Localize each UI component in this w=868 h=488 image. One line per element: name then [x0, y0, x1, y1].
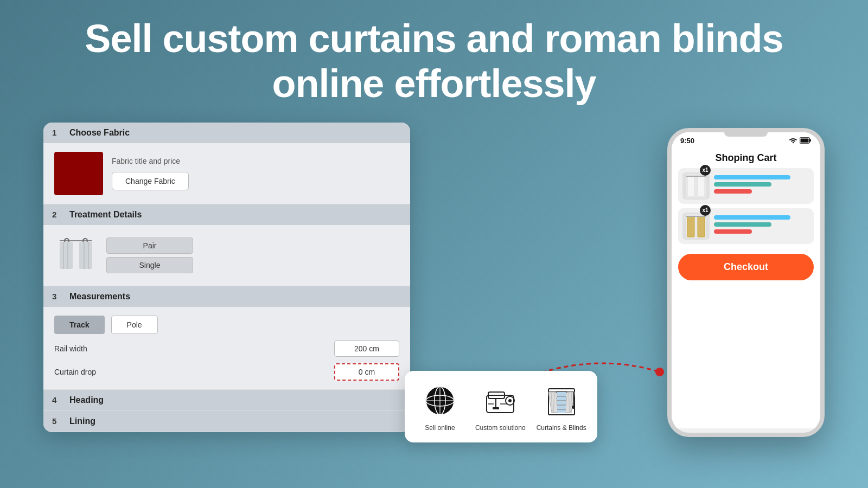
phone-screen: 9:50: [672, 132, 820, 428]
fabric-row: Fabric title and price Change Fabric: [54, 152, 399, 195]
svg-rect-38: [801, 139, 809, 143]
svg-rect-40: [687, 176, 694, 197]
section-3-number: 3: [52, 292, 63, 301]
cart-item-2: x1: [678, 208, 814, 244]
fabric-swatch: [54, 152, 103, 195]
phone-time: 9:50: [680, 137, 694, 145]
curtain-drop-value[interactable]: 0 cm: [334, 363, 399, 381]
cart-item-thumb-2: [682, 213, 710, 240]
curtain-drop-label: Curtain drop: [54, 368, 96, 376]
curtain-thumb-1: [686, 174, 706, 198]
configurator-panel: 1 Choose Fabric Fabric title and price C…: [43, 123, 410, 432]
item-2-price-line: [714, 229, 752, 234]
section-3-title: Measurements: [69, 292, 130, 301]
sell-online-icon: [421, 382, 459, 420]
cart-item-2-details: [710, 215, 809, 236]
section-heading-header: 4 Heading: [43, 390, 410, 410]
rail-width-row: Rail width 200 cm: [54, 341, 399, 357]
feature-popup: Sell online: [405, 371, 597, 442]
curtain-pair-svg: [57, 236, 95, 274]
section-lining: 5 Lining: [43, 411, 410, 432]
svg-point-10: [655, 368, 664, 376]
section-5-number: 5: [52, 416, 63, 426]
single-option[interactable]: Single: [106, 257, 193, 273]
section-3-body: Track Pole Rail width 200 cm Curtain dro…: [43, 307, 410, 389]
pole-button[interactable]: Pole: [111, 316, 158, 334]
fabric-info: Fabric title and price Change Fabric: [112, 157, 399, 190]
cart-item-1-details: [710, 175, 809, 196]
hero-title: Sell custom curtains and roman blinds on…: [0, 0, 868, 117]
section-2-title: Treatment Details: [69, 210, 142, 220]
feature-custom-solutions: Custom solutiono: [475, 382, 526, 432]
cart-badge-1: x1: [700, 165, 711, 176]
section-1-body: Fabric title and price Change Fabric: [43, 143, 410, 204]
treatment-row: Pair Single: [54, 234, 399, 277]
fabric-title-price: Fabric title and price: [112, 157, 399, 165]
svg-point-22: [508, 399, 512, 402]
section-measurements: 3 Measurements Track Pole Rail width 200…: [43, 286, 410, 390]
item-2-line-1: [714, 215, 790, 220]
section-heading: 4 Heading: [43, 390, 410, 411]
section-1-title: Choose Fabric: [69, 128, 130, 138]
feature-sell-online: Sell online: [416, 382, 464, 432]
sell-online-label: Sell online: [425, 424, 455, 432]
cart-title: Shoping Cart: [672, 147, 820, 168]
section-1-number: 1: [52, 128, 63, 137]
curtain-drop-row: Curtain drop 0 cm: [54, 363, 399, 381]
cart-item-thumb-1: [682, 172, 710, 200]
checkout-button[interactable]: Checkout: [678, 254, 814, 280]
svg-rect-3: [60, 242, 73, 269]
battery-icon: [800, 137, 812, 144]
section-lining-header: 5 Lining: [43, 411, 410, 432]
track-button[interactable]: Track: [54, 316, 105, 334]
content-area: 1 Choose Fabric Fabric title and price C…: [0, 123, 868, 437]
svg-rect-4: [79, 242, 92, 269]
phone-mockup: 9:50: [667, 128, 825, 437]
custom-solutions-label: Custom solutiono: [475, 424, 526, 432]
cart-badge-2: x1: [700, 205, 711, 216]
svg-rect-37: [809, 139, 811, 142]
treatment-options: Pair Single: [106, 237, 193, 273]
section-treatment-header: 2 Treatment Details: [43, 204, 410, 225]
section-4-title: Heading: [69, 395, 104, 405]
item-1-line-1: [714, 175, 790, 179]
curtains-blinds-icon: [542, 382, 580, 420]
item-1-line-2: [714, 182, 771, 187]
cart-item-1: x1: [678, 168, 814, 204]
curtain-illustration: [54, 234, 98, 277]
change-fabric-button[interactable]: Change Fabric: [112, 172, 189, 190]
section-choose-fabric-header: 1 Choose Fabric: [43, 123, 410, 143]
item-2-line-2: [714, 222, 771, 227]
section-choose-fabric: 1 Choose Fabric Fabric title and price C…: [43, 123, 410, 204]
svg-rect-44: [687, 216, 694, 237]
track-pole-row: Track Pole: [54, 316, 399, 334]
rail-width-label: Rail width: [54, 344, 87, 353]
phone-status-icons: [789, 137, 812, 144]
rail-width-value: 200 cm: [334, 341, 399, 357]
section-treatment-details: 2 Treatment Details: [43, 204, 410, 286]
right-panel: Sell online: [410, 123, 825, 437]
section-2-body: Pair Single: [43, 225, 410, 286]
svg-rect-20: [493, 407, 499, 409]
svg-point-35: [572, 406, 575, 409]
svg-rect-41: [698, 176, 705, 197]
feature-curtains-blinds: Curtains & Blinds: [537, 382, 586, 432]
section-4-number: 4: [52, 395, 63, 404]
curtains-blinds-label: Curtains & Blinds: [537, 424, 586, 432]
phone-notch: [724, 132, 768, 137]
svg-rect-45: [698, 216, 705, 237]
pair-option[interactable]: Pair: [106, 237, 193, 254]
section-5-title: Lining: [69, 416, 95, 426]
wifi-icon: [789, 137, 797, 144]
custom-solutions-icon: [481, 382, 519, 420]
item-1-price-line: [714, 189, 752, 194]
section-2-number: 2: [52, 210, 63, 219]
section-measurements-header: 3 Measurements: [43, 286, 410, 307]
curtain-thumb-2: [686, 214, 706, 238]
